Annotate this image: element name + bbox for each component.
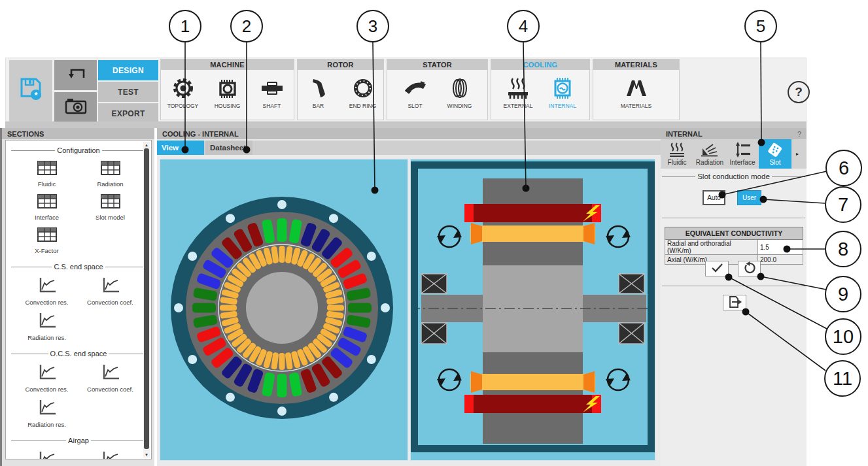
sections-scrollbar[interactable]: ▲ ▼	[143, 142, 150, 458]
scrollbar-thumb[interactable]	[144, 148, 149, 449]
toolbar-item-end-ring[interactable]: END RING	[343, 75, 383, 109]
chart-icon	[101, 277, 120, 296]
bolt-hole	[174, 303, 183, 312]
sidebar-item-label: Convection coef.	[87, 299, 133, 306]
toolbar-item-shaft[interactable]: SHAFT	[252, 75, 292, 109]
toolbar-item-housing[interactable]: HOUSING	[207, 75, 248, 109]
callout-11-circle: 11	[824, 360, 861, 397]
toolbar-group-machine: MACHINETOPOLOGYHOUSINGSHAFT	[160, 59, 294, 120]
scroll-up-icon[interactable]: ▲	[143, 142, 150, 148]
toolbar-group-title: ROTOR	[298, 59, 383, 70]
radial-conductivity-value[interactable]: 1.5	[758, 240, 803, 255]
callout-7-circle: 7	[825, 186, 861, 223]
auto-mode-button[interactable]: Auto	[703, 190, 725, 205]
toolbar-item-internal[interactable]: INTERNAL	[542, 75, 583, 109]
tab-export[interactable]: EXPORT	[98, 103, 158, 124]
sections-content: ConfigurationFluidicRadiationInterfaceSl…	[6, 146, 151, 459]
shaft-icon	[260, 75, 284, 101]
sidebar-item-convection-coef[interactable]: Convection coef.	[78, 273, 142, 308]
toolbar-item-bar[interactable]: BAR	[298, 75, 339, 109]
toolbar-item-winding[interactable]: WINDING	[440, 75, 480, 109]
sidebar-item-radiation-res[interactable]: Radiation res.	[15, 395, 78, 431]
internal-panel-header: INTERNAL ?	[661, 128, 807, 139]
equivalent-conductivity-table: EQUIVALENT CONDUCTIVITY Radial and ortho…	[665, 227, 803, 265]
chart-icon	[38, 277, 56, 296]
bolt-hole	[226, 393, 235, 402]
toolbar-group-title: COOLING	[491, 59, 589, 70]
end-ring-icon	[351, 75, 375, 101]
sidebar-item-fluidic[interactable]: Fluidic	[15, 157, 78, 190]
return-arrow-button[interactable]	[54, 60, 97, 90]
table-icon	[37, 161, 57, 178]
tab-design[interactable]: DESIGN	[98, 60, 158, 80]
toolbar-item-topology[interactable]: TOPOLOGY	[163, 75, 203, 109]
section-items-grid: Convection res.Convection coef.Radiation…	[6, 360, 151, 431]
tab-view[interactable]: View	[157, 141, 204, 155]
save-button[interactable]: *	[9, 60, 52, 122]
end-ring-bottom	[470, 371, 595, 393]
screenshot-camera-button[interactable]	[54, 92, 97, 122]
section-group-label-o-c-s-end-space: O.C.S. end space	[11, 350, 146, 358]
sidebar-item-airgap-curve[interactable]	[15, 447, 78, 459]
toolbar-item-label: END RING	[349, 103, 377, 109]
export-values-button[interactable]	[723, 295, 746, 310]
toolbar-divider-band	[5, 122, 807, 128]
divider	[662, 286, 805, 286]
internal-settings-panel: INTERNAL ? FluidicRadiationInterfaceSlot…	[661, 128, 807, 466]
sidebar-item-label: Radiation res.	[27, 334, 66, 341]
end-winding-bottom	[464, 395, 601, 413]
internal-panel-title: INTERNAL	[666, 130, 703, 138]
sidebar-item-convection-res[interactable]: Convection res.	[15, 273, 78, 308]
sidebar-item-x-factor[interactable]: X-Factor	[15, 224, 78, 257]
camera-icon	[64, 96, 88, 118]
tab-internal-slot[interactable]: Slot	[759, 139, 791, 169]
toolbar-item-slot[interactable]: SLOT	[395, 75, 436, 109]
toolbar-item-external[interactable]: EXTERNAL	[498, 75, 538, 109]
slot-conduction-mode-label-row: Slot conduction mode	[662, 173, 805, 180]
toolbar-group-rotor: ROTORBAREND RING	[297, 59, 384, 120]
toolbar-item-label: MATERIALS	[621, 103, 652, 109]
toolbar-item-materials[interactable]: MATERIALS	[616, 75, 657, 109]
slot-icon	[765, 141, 785, 158]
sidebar-item-radiation-res[interactable]: Radiation res.	[15, 308, 78, 344]
tab-internal-fluidic[interactable]: Fluidic	[661, 139, 693, 169]
topology-icon	[171, 75, 195, 101]
scroll-down-icon[interactable]: ▼	[143, 452, 150, 458]
return-arrow-icon	[65, 65, 87, 86]
axial-conductivity-value[interactable]: 200.0	[758, 255, 803, 265]
tabs-overflow-arrow-icon[interactable]: ▸	[791, 139, 803, 169]
rule-line	[105, 267, 146, 267]
radial-cross-section-view[interactable]	[160, 159, 408, 461]
section-items-grid: FluidicRadiationInterfaceSlot modelX-Fac…	[6, 157, 151, 257]
apply-button[interactable]	[705, 261, 729, 276]
user-mode-button[interactable]: User	[737, 190, 761, 205]
rule-line	[11, 354, 48, 354]
tab-test[interactable]: TEST	[98, 82, 158, 102]
sidebar-item-slot-model[interactable]: Slot model	[78, 190, 142, 224]
toolbar-item-label: TOPOLOGY	[167, 103, 199, 109]
tab-internal-interface[interactable]: Interface	[726, 139, 759, 169]
sidebar-item-label: Convection res.	[25, 386, 68, 393]
sidebar-item-airgap-curve[interactable]	[78, 447, 142, 459]
sidebar-item-convection-coef[interactable]: Convection coef.	[78, 360, 142, 395]
winding-icon	[448, 75, 472, 101]
bolt-hole	[367, 252, 376, 261]
sidebar-item-radiation[interactable]: Radiation	[78, 157, 142, 190]
section-group-label-c-s-end-space: C.S. end space	[11, 263, 146, 271]
help-button[interactable]: ?	[788, 81, 810, 103]
table-icon	[101, 194, 120, 211]
tab-datasheet[interactable]: Datasheet	[205, 141, 252, 155]
axial-cross-section-view[interactable]	[410, 159, 655, 461]
callout-2-circle: 2	[230, 10, 263, 42]
sidebar-item-interface[interactable]: Interface	[15, 190, 78, 224]
sidebar-item-convection-res[interactable]: Convection res.	[15, 360, 78, 395]
rule-line	[11, 441, 66, 441]
tab-internal-radiation[interactable]: Radiation	[693, 139, 726, 169]
panel-help-icon[interactable]: ?	[797, 130, 801, 138]
revert-button[interactable]	[738, 261, 761, 276]
toolbar-item-label: INTERNAL	[549, 103, 576, 109]
chart-icon	[101, 364, 120, 383]
slot-icon	[402, 75, 428, 101]
toolbar-group-body: BAREND RING	[298, 70, 383, 109]
toolbar-group-materials: MATERIALSMATERIALS	[593, 59, 680, 120]
